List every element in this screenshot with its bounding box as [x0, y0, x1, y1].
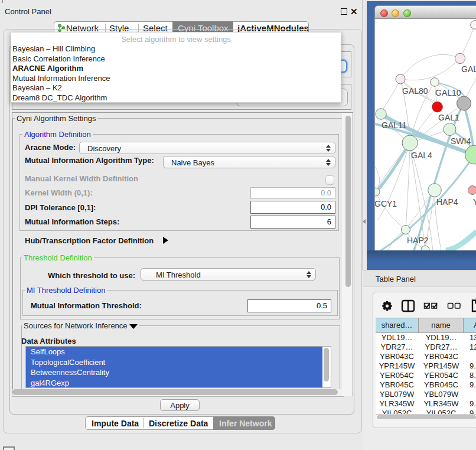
svg-text:GAL80: GAL80	[402, 86, 428, 96]
svg-text:GAL11: GAL11	[382, 120, 407, 130]
svg-text:Y: Y	[473, 197, 476, 207]
svg-text:GAL1: GAL1	[438, 113, 459, 122]
svg-text:GAL: GAL	[461, 64, 476, 74]
svg-text:GCY1: GCY1	[375, 199, 397, 208]
svg-text:GAL10: GAL10	[435, 88, 461, 97]
svg-text:GAL4: GAL4	[411, 151, 432, 160]
svg-text:HAP4: HAP4	[436, 197, 458, 207]
svg-text:HAP2: HAP2	[407, 236, 429, 245]
svg-text:SWI4: SWI4	[451, 136, 471, 146]
